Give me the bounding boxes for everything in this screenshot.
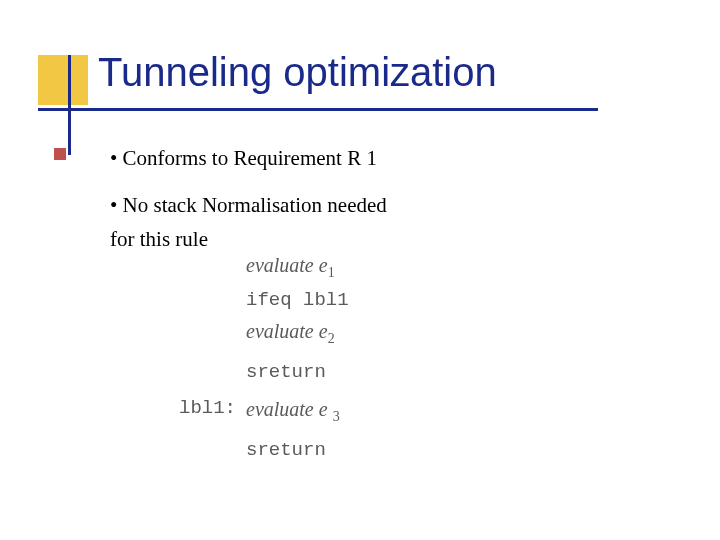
code-label (160, 250, 246, 283)
code-instr: evaluate e1 (246, 250, 335, 283)
code-sub: 1 (328, 265, 335, 280)
code-mono: sreturn (246, 439, 326, 461)
code-label (160, 433, 246, 466)
code-label (160, 355, 246, 388)
code-row: evaluate e1 (160, 250, 349, 283)
decor-yellow-square (38, 55, 88, 105)
code-instr: evaluate e2 (246, 316, 335, 349)
bullet-2-line-2: for this rule (110, 226, 610, 253)
slide-body: • Conforms to Requirement R 1 • No stack… (110, 145, 610, 253)
code-row: lbl1: evaluate e 3 (160, 394, 349, 427)
code-instr: sreturn (246, 433, 326, 466)
slide: Tunneling optimization • Conforms to Req… (0, 0, 720, 540)
code-sub: 3 (333, 409, 340, 424)
code-sub: 2 (328, 331, 335, 346)
bullet-1: • Conforms to Requirement R 1 (110, 145, 610, 172)
code-italic: evaluate e (246, 398, 333, 420)
code-label (160, 316, 246, 349)
code-row: ifeq lbl1 (160, 283, 349, 316)
code-row: sreturn (160, 355, 349, 388)
code-instr: ifeq lbl1 (246, 283, 349, 316)
bullet-2-line-1: • No stack Normalisation needed (110, 192, 610, 219)
code-row: evaluate e2 (160, 316, 349, 349)
code-label: lbl1: (160, 394, 246, 427)
decor-blue-vertical-line (68, 55, 71, 155)
code-instr: evaluate e 3 (246, 394, 340, 427)
code-mono: ifeq lbl1 (246, 289, 349, 311)
code-italic: evaluate e (246, 254, 328, 276)
code-block: evaluate e1 ifeq lbl1 evaluate e2 (160, 250, 349, 466)
slide-title: Tunneling optimization (98, 50, 497, 95)
decor-blue-horizontal-line (38, 108, 598, 111)
decor-red-square (54, 148, 66, 160)
code-row: sreturn (160, 433, 349, 466)
code-label (160, 283, 246, 316)
code-mono: sreturn (246, 361, 326, 383)
code-instr: sreturn (246, 355, 326, 388)
code-italic: evaluate e (246, 320, 328, 342)
